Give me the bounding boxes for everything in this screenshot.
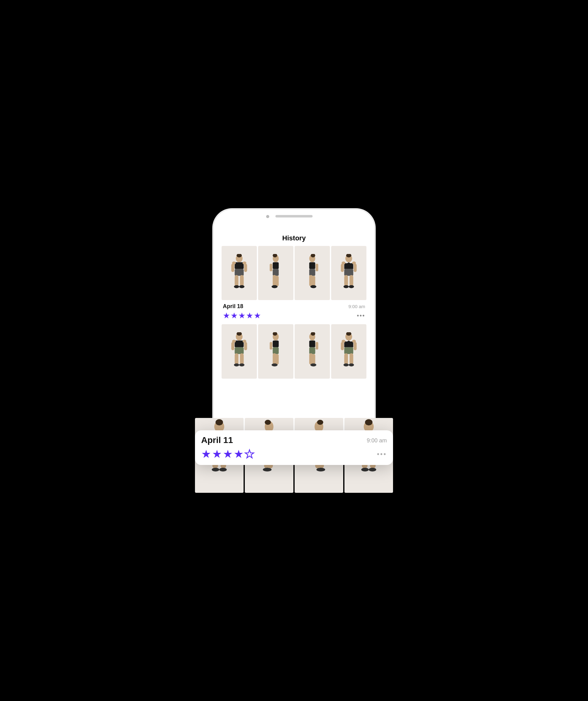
svg-point-76	[344, 364, 349, 367]
svg-point-38	[349, 285, 354, 288]
svg-rect-46	[235, 347, 243, 354]
svg-point-37	[344, 285, 349, 288]
stars-1: ★ ★ ★ ★ ★	[223, 311, 261, 320]
svg-rect-53	[273, 340, 278, 347]
svg-point-95	[317, 420, 323, 425]
svg-point-19	[272, 285, 277, 288]
scene: History	[186, 211, 402, 490]
svg-rect-26	[312, 276, 315, 286]
svg-rect-18	[275, 276, 279, 286]
star-1-1: ★	[223, 311, 230, 320]
svg-rect-9	[240, 275, 243, 286]
figure-side-right-2	[295, 324, 330, 378]
svg-rect-41	[235, 340, 243, 347]
svg-rect-7	[235, 269, 243, 276]
floating-star-1: ★	[201, 448, 211, 461]
svg-rect-54	[270, 342, 272, 349]
svg-rect-33	[354, 264, 357, 272]
svg-rect-62	[316, 342, 318, 349]
floating-star-5-empty: ★	[244, 448, 254, 461]
photo-cell-front-1[interactable]	[222, 246, 257, 300]
star-1-5: ★	[254, 311, 261, 320]
svg-rect-55	[273, 347, 278, 354]
photo-cell-back-1[interactable]	[331, 246, 366, 300]
svg-rect-14	[273, 262, 278, 269]
page-title: History	[218, 228, 370, 246]
svg-rect-72	[354, 342, 357, 350]
photo-cell-side-left-2[interactable]	[258, 324, 293, 378]
svg-rect-74	[344, 353, 348, 365]
svg-rect-8	[235, 275, 238, 286]
photo-cell-side-right-2[interactable]	[295, 324, 330, 378]
figure-front-2	[222, 324, 257, 378]
history-entry-1: April 18 9:00 am ★ ★ ★ ★ ★ •••	[222, 246, 366, 322]
history-list: April 18 9:00 am ★ ★ ★ ★ ★ •••	[218, 246, 370, 379]
more-button-1[interactable]: •••	[357, 312, 365, 319]
svg-rect-65	[312, 354, 315, 365]
svg-rect-16	[273, 269, 278, 276]
svg-rect-6	[244, 264, 247, 272]
svg-rect-22	[309, 262, 315, 269]
photo-cell-side-right-1[interactable]	[295, 246, 330, 300]
photo-cell-side-left-1[interactable]	[258, 246, 293, 300]
figure-back-2	[331, 324, 366, 378]
phone-frame: History	[214, 209, 374, 445]
star-1-2: ★	[230, 311, 238, 320]
svg-rect-57	[275, 354, 279, 365]
svg-rect-45	[244, 342, 247, 350]
floating-star-2: ★	[212, 448, 222, 461]
svg-point-77	[349, 364, 354, 367]
svg-point-103	[365, 419, 372, 425]
floating-date: April 11	[201, 435, 233, 445]
figure-side-right-1	[295, 246, 330, 300]
svg-rect-71	[341, 342, 344, 350]
entry-date-1: April 18	[223, 303, 243, 310]
svg-rect-35	[344, 275, 348, 286]
history-entry-2	[222, 324, 366, 378]
svg-rect-5	[231, 264, 235, 272]
star-1-3: ★	[238, 311, 245, 320]
entry-bottom-1: ★ ★ ★ ★ ★ •••	[222, 310, 366, 322]
photo-cell-back-2[interactable]	[331, 324, 366, 378]
phone-screen: History	[218, 228, 370, 440]
svg-rect-34	[344, 269, 353, 276]
svg-point-11	[239, 285, 244, 288]
floating-time: 9:00 am	[367, 437, 387, 444]
figure-side-left-2	[258, 324, 293, 378]
svg-rect-23	[316, 264, 318, 271]
floating-more-button[interactable]: •••	[377, 450, 387, 458]
svg-point-58	[272, 364, 277, 367]
svg-point-49	[234, 364, 239, 367]
svg-rect-32	[341, 264, 344, 272]
photo-cell-front-2[interactable]	[222, 324, 257, 378]
svg-rect-24	[309, 269, 315, 276]
entry-info-1: April 18 9:00 am	[222, 302, 366, 310]
svg-rect-2	[235, 262, 243, 269]
floating-star-4: ★	[234, 448, 243, 461]
figure-front-1	[222, 246, 257, 300]
floating-card: April 11 9:00 am ★ ★ ★ ★ ★ •••	[195, 430, 393, 465]
svg-point-66	[311, 364, 316, 367]
svg-rect-15	[270, 264, 272, 271]
svg-point-79	[215, 419, 223, 425]
svg-rect-44	[231, 342, 235, 350]
photo-grid-2	[222, 324, 366, 378]
app-content: History	[218, 228, 370, 440]
svg-rect-47	[235, 353, 238, 365]
svg-point-50	[239, 364, 244, 367]
phone-camera	[266, 215, 269, 218]
figure-side-left-1	[258, 246, 293, 300]
svg-point-10	[234, 285, 239, 288]
svg-rect-61	[309, 340, 315, 347]
svg-point-108	[369, 468, 376, 471]
figure-back-1	[331, 246, 366, 300]
svg-point-85	[219, 468, 227, 471]
svg-point-93	[263, 468, 271, 471]
svg-point-84	[212, 468, 219, 471]
floating-star-3: ★	[223, 448, 233, 461]
entry-time-1: 9:00 am	[349, 304, 365, 309]
svg-rect-73	[344, 347, 353, 354]
floating-stars: ★ ★ ★ ★ ★	[201, 448, 254, 461]
svg-rect-63	[309, 347, 315, 354]
svg-point-107	[361, 468, 369, 471]
